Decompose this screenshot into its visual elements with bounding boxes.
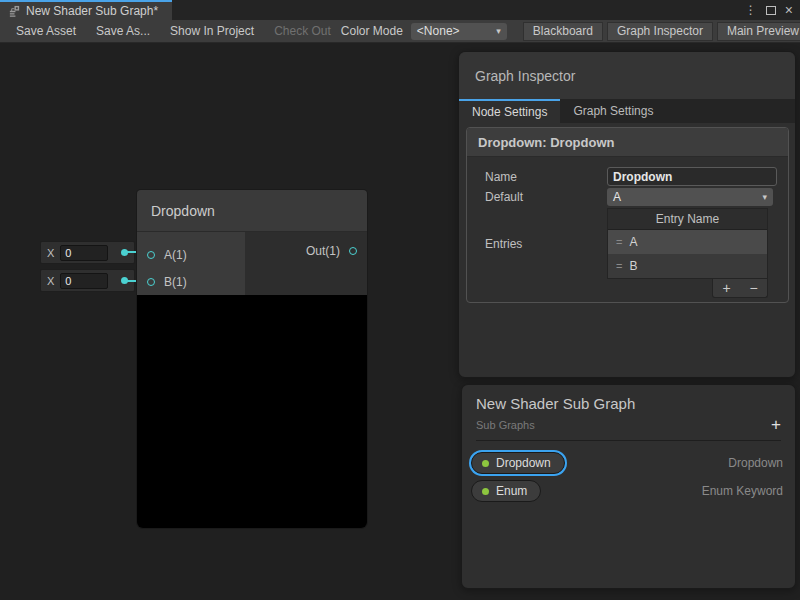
name-label: Name bbox=[485, 170, 607, 184]
document-tab[interactable]: New Shader Sub Graph* bbox=[0, 0, 172, 20]
maximize-icon[interactable] bbox=[766, 6, 776, 15]
save-as-button[interactable]: Save As... bbox=[86, 24, 160, 38]
blackboard-row-enum: Enum Enum Keyword bbox=[471, 477, 783, 505]
input-port-b-label: B(1) bbox=[164, 275, 187, 289]
input-port-row-a: A(1) bbox=[137, 241, 245, 268]
input-a-number-field[interactable] bbox=[60, 245, 108, 261]
chevron-down-icon: ▾ bbox=[496, 26, 501, 36]
node-body: A(1) B(1) Out(1) bbox=[137, 232, 367, 295]
add-property-button[interactable]: + bbox=[771, 419, 781, 431]
property-dot-icon bbox=[482, 488, 489, 495]
window-tab-bar: New Shader Sub Graph* ⋮ × bbox=[0, 0, 800, 20]
blackboard-row-dropdown: Dropdown Dropdown bbox=[471, 449, 783, 477]
entries-label: Entries bbox=[485, 237, 607, 251]
input-b-number-field[interactable] bbox=[60, 273, 108, 289]
inspector-tab-strip: Node Settings Graph Settings bbox=[459, 99, 795, 123]
input-port-b-icon[interactable] bbox=[147, 278, 155, 286]
blackboard-subtitle-row: Sub Graphs + bbox=[476, 419, 781, 441]
save-asset-button[interactable]: Save Asset bbox=[6, 24, 86, 38]
entries-list-footer: + − bbox=[712, 279, 768, 298]
default-property-row: Default A ▾ bbox=[485, 188, 773, 206]
node-preview bbox=[137, 295, 367, 528]
default-dropdown[interactable]: A ▾ bbox=[607, 188, 773, 206]
property-pill-enum[interactable]: Enum bbox=[471, 480, 541, 502]
output-port-row: Out(1) bbox=[245, 244, 367, 258]
property-pill-label: Dropdown bbox=[496, 456, 551, 470]
remove-entry-button[interactable]: − bbox=[749, 281, 757, 295]
node-input-section: A(1) B(1) bbox=[137, 232, 245, 295]
graph-inspector-panel: Graph Inspector Node Settings Graph Sett… bbox=[458, 51, 796, 378]
name-property-row: Name bbox=[485, 167, 773, 186]
dropdown-settings-section: Dropdown: Dropdown Name Default A ▾ Entr… bbox=[466, 127, 789, 303]
add-entry-button[interactable]: + bbox=[722, 281, 730, 295]
check-out-button: Check Out bbox=[264, 24, 341, 38]
input-port-a-label: A(1) bbox=[164, 248, 187, 262]
output-port-label: Out(1) bbox=[306, 244, 340, 258]
graph-inspector-header[interactable]: Graph Inspector bbox=[459, 52, 795, 99]
input-port-a-icon[interactable] bbox=[147, 251, 155, 259]
shader-graph-toolbar: Save Asset Save As... Show In Project Ch… bbox=[0, 20, 800, 43]
graph-inspector-title: Graph Inspector bbox=[475, 68, 575, 84]
default-label: Default bbox=[485, 190, 607, 204]
node-title: Dropdown bbox=[151, 203, 215, 219]
property-dot-icon bbox=[482, 460, 489, 467]
property-type-label: Dropdown bbox=[728, 456, 783, 470]
blackboard-title: New Shader Sub Graph bbox=[476, 395, 781, 412]
color-mode-label: Color Mode bbox=[341, 24, 403, 38]
document-tab-title: New Shader Sub Graph* bbox=[26, 4, 158, 18]
blackboard-toggle-button[interactable]: Blackboard bbox=[523, 22, 603, 41]
property-pill-label: Enum bbox=[496, 484, 527, 498]
chevron-down-icon: ▾ bbox=[762, 192, 767, 202]
graph-inspector-toggle-button[interactable]: Graph Inspector bbox=[607, 22, 713, 41]
property-type-label: Enum Keyword bbox=[702, 484, 783, 498]
output-port-icon[interactable] bbox=[349, 247, 357, 255]
name-input[interactable] bbox=[607, 167, 777, 186]
close-icon[interactable]: × bbox=[785, 5, 793, 15]
show-in-project-button[interactable]: Show In Project bbox=[160, 24, 264, 38]
blackboard-subtitle: Sub Graphs bbox=[476, 419, 535, 431]
window-menu-icon[interactable]: ⋮ bbox=[745, 3, 757, 17]
axis-x-label: X bbox=[47, 247, 54, 259]
tab-node-settings-label: Node Settings bbox=[472, 105, 547, 119]
input-b-value-widget: X bbox=[40, 269, 135, 292]
drag-handle-icon[interactable]: = bbox=[616, 260, 621, 272]
entries-property-row: Entries Entry Name = A = B bbox=[485, 208, 773, 279]
entry-value: B bbox=[629, 259, 637, 273]
input-a-value-widget: X bbox=[40, 241, 135, 264]
blackboard-rows: Dropdown Dropdown Enum Enum Keyword bbox=[462, 441, 795, 505]
entry-name-column-header: Entry Name bbox=[656, 212, 719, 226]
entry-row-a[interactable]: = A bbox=[608, 230, 767, 254]
color-mode-value: <None> bbox=[417, 24, 460, 38]
entry-row-b[interactable]: = B bbox=[608, 254, 767, 278]
entries-list: Entry Name = A = B bbox=[607, 208, 768, 279]
toolbar-right-group: Color Mode <None> ▾ Blackboard Graph Ins… bbox=[341, 22, 800, 41]
section-title: Dropdown: Dropdown bbox=[478, 135, 614, 150]
color-mode-dropdown[interactable]: <None> ▾ bbox=[411, 23, 507, 40]
node-output-section: Out(1) bbox=[245, 232, 367, 295]
entries-list-header: Entry Name bbox=[608, 209, 767, 230]
property-pill-dropdown[interactable]: Dropdown bbox=[471, 452, 565, 474]
section-title-bar: Dropdown: Dropdown bbox=[467, 128, 788, 157]
window-controls: ⋮ × bbox=[745, 0, 800, 20]
main-preview-toggle-button[interactable]: Main Preview bbox=[717, 22, 800, 41]
section-rows: Name Default A ▾ Entries Entry Name = bbox=[467, 157, 788, 298]
blackboard-header[interactable]: New Shader Sub Graph Sub Graphs + bbox=[462, 385, 795, 441]
default-value: A bbox=[613, 190, 621, 204]
blackboard-panel: New Shader Sub Graph Sub Graphs + Dropdo… bbox=[461, 384, 796, 589]
tab-node-settings[interactable]: Node Settings bbox=[459, 99, 560, 123]
shader-graph-icon bbox=[8, 5, 21, 18]
node-title-bar[interactable]: Dropdown bbox=[137, 190, 367, 232]
drag-handle-icon[interactable]: = bbox=[616, 236, 621, 248]
tab-graph-settings-label: Graph Settings bbox=[573, 104, 653, 118]
entry-value: A bbox=[629, 235, 637, 249]
tab-graph-settings[interactable]: Graph Settings bbox=[560, 99, 666, 123]
input-port-row-b: B(1) bbox=[137, 268, 245, 295]
dropdown-node[interactable]: Dropdown A(1) B(1) Out(1) bbox=[137, 190, 367, 528]
axis-x-label: X bbox=[47, 275, 54, 287]
